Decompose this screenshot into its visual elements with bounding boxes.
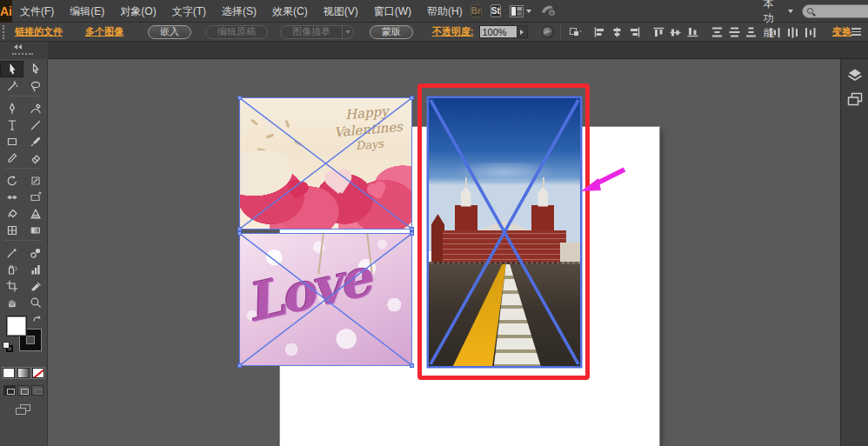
paint-style-buttons [0,368,47,378]
none-button[interactable] [32,368,44,378]
app-logo: Ai [0,0,12,23]
menu-help[interactable]: 帮助(H) [419,0,471,23]
draw-behind-button[interactable] [17,385,30,396]
tool-slice[interactable] [23,277,47,294]
red-square-photo [429,98,580,366]
opacity-link[interactable]: 不透明度: [432,25,474,38]
arrange-documents-icon[interactable] [510,5,531,17]
fill-stroke-controls [0,314,47,363]
swap-fill-stroke-icon[interactable] [32,315,41,323]
illustrator-window: Ai 文件(F) 编辑(E) 对象(O) 文字(T) 选择(S) 效果(C) 视… [0,0,868,446]
tool-pencil[interactable] [0,150,23,166]
selection-handle[interactable] [410,96,414,100]
tool-live-paint-bucket[interactable] [0,205,23,222]
tools-panel-header[interactable] [0,42,48,59]
tool-perspective-grid[interactable] [23,205,47,222]
default-fill-stroke-icon[interactable] [3,342,13,352]
tool-column-graph[interactable] [23,261,47,277]
tool-artboard[interactable] [0,277,23,294]
tool-type[interactable] [0,116,23,133]
embed-button[interactable]: 嵌入 [148,25,191,39]
tool-pen[interactable] [0,100,23,116]
menu-edit[interactable]: 编辑(E) [62,0,112,23]
tool-shape-builder[interactable] [23,189,47,205]
color-button[interactable] [3,368,15,378]
gradient-button[interactable] [17,368,30,378]
selection-handle[interactable] [410,363,414,368]
search-icon [807,8,813,14]
tool-width[interactable] [0,189,23,205]
search-box[interactable] [802,4,868,18]
screen-mode-button[interactable] [16,404,31,416]
fill-swatch[interactable] [6,316,27,336]
tool-line-segment[interactable] [23,116,47,133]
image-trace-dropdown-icon[interactable] [343,25,354,39]
tool-zoom[interactable] [23,294,47,310]
tool-eraser[interactable] [23,150,47,166]
menu-select[interactable]: 选择(S) [214,0,264,23]
menu-file[interactable]: 文件(F) [12,0,62,23]
tool-eyedropper[interactable] [0,244,23,261]
mask-button[interactable]: 蒙版 [370,25,413,39]
tool-selection[interactable] [0,61,23,77]
placed-image-valentine[interactable]: Happy Valentines Days [240,98,411,229]
tools-drag-handle[interactable] [12,53,33,55]
tools-collapse-icon[interactable] [14,44,22,50]
love-pendant-word: Love [240,247,375,334]
tool-symbol-sprayer[interactable] [0,261,23,277]
tool-paintbrush[interactable] [23,133,47,150]
tab-bar [0,42,868,59]
photo-handwriting: Happy Valentines Days [332,103,404,155]
workspace-switcher[interactable]: 基本功能 [764,0,793,41]
stock-icon[interactable]: St [491,4,501,17]
tool-gradient[interactable] [23,222,47,238]
panel-dock [840,42,868,446]
tool-magic-wand[interactable] [0,77,23,94]
cs-live-icon[interactable] [540,3,555,19]
tool-free-transform[interactable] [23,172,47,189]
tool-mesh[interactable] [0,222,23,238]
valentine-photo: Happy Valentines Days [240,98,411,229]
menu-effect[interactable]: 效果(C) [264,0,316,23]
selection-handle[interactable] [237,231,242,236]
bridge-icon[interactable]: Br [471,4,482,17]
tool-blend[interactable] [23,244,47,261]
controlbar-grip[interactable] [3,25,8,39]
menu-bar: Ai 文件(F) 编辑(E) 对象(O) 文字(T) 选择(S) 效果(C) 视… [0,0,868,23]
selection-handle[interactable] [410,231,414,236]
layers-panel-icon[interactable] [844,64,866,85]
placed-image-red-square[interactable] [429,98,580,366]
multiple-images-link[interactable]: 多个图像 [85,25,124,38]
selection-handle[interactable] [237,96,242,100]
menu-window[interactable]: 窗口(W) [366,0,419,23]
artboards-panel-icon[interactable] [844,89,866,110]
image-trace-button[interactable]: 图像描摹 [280,25,343,39]
menu-object[interactable]: 对象(O) [112,0,164,23]
love-photo: Love [240,234,411,365]
menu-type[interactable]: 文字(T) [164,0,214,23]
tools-panel [0,59,48,446]
tool-direct-selection[interactable] [23,61,47,77]
selection-handle[interactable] [237,363,242,368]
tool-curvature[interactable] [23,100,47,116]
tool-rotate[interactable] [0,172,23,189]
tool-rectangle[interactable] [0,133,23,150]
edit-original-button[interactable]: 编辑原稿 [205,25,268,39]
tool-lasso[interactable] [23,77,47,94]
linked-files-link[interactable]: 链接的文件 [15,25,63,38]
draw-normal-button[interactable] [3,385,16,396]
draw-inside-button[interactable] [31,385,43,396]
placed-image-love[interactable]: Love [240,234,411,365]
tool-hand[interactable] [0,294,23,310]
drawing-mode-buttons [0,385,47,396]
menu-view[interactable]: 视图(V) [316,0,366,23]
search-input[interactable] [817,6,868,16]
